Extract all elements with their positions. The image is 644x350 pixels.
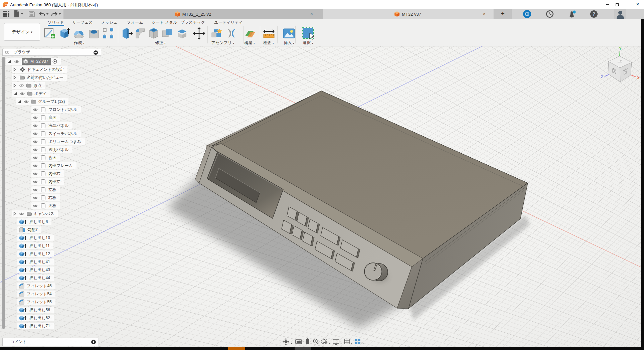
svg-text:Z: Z	[601, 75, 603, 79]
svg-text:Y: Y	[619, 46, 622, 50]
svg-text:?: ?	[593, 11, 596, 17]
svg-text:X: X	[637, 76, 640, 80]
